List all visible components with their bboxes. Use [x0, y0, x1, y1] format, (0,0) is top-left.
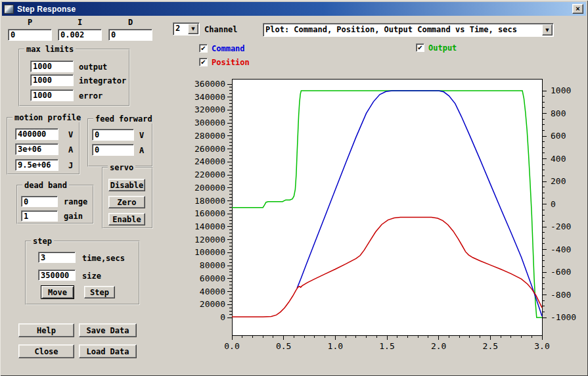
svg-text:280000: 280000 — [194, 131, 225, 141]
servo-enable-button[interactable]: Enable — [108, 213, 145, 225]
svg-text:120000: 120000 — [194, 235, 225, 245]
svg-text:80000: 80000 — [200, 260, 225, 270]
servo-group: servo Disable Zero Enable — [102, 167, 153, 229]
dead-band-group: dead band range gain — [16, 185, 94, 224]
position-checkbox[interactable]: ✔ — [199, 58, 208, 66]
step-response-window: Step Response × P I D 2 ▼ Channel Plot: … — [0, 0, 588, 376]
svg-text:320000: 320000 — [194, 105, 225, 114]
command-checkbox[interactable]: ✔ — [199, 44, 208, 53]
position-checkbox-label: Position — [212, 58, 250, 67]
app-icon — [4, 5, 14, 14]
motion-profile-title: motion profile — [12, 113, 83, 122]
svg-text:1000: 1000 — [551, 85, 571, 95]
svg-text:220000: 220000 — [194, 170, 225, 179]
plot-select[interactable]: Plot: Command, Position, Output Command … — [263, 23, 554, 37]
save-data-button[interactable]: Save Data — [79, 323, 137, 337]
max-integrator-input[interactable] — [30, 74, 74, 86]
servo-zero-button[interactable]: Zero — [108, 196, 145, 208]
plot-area — [232, 79, 542, 335]
svg-text:200000: 200000 — [194, 183, 225, 193]
svg-text:60000: 60000 — [200, 273, 225, 283]
jerk-label: J — [68, 161, 73, 170]
svg-text:3.0: 3.0 — [534, 341, 549, 351]
range-input[interactable] — [21, 196, 58, 207]
p-label: P — [8, 18, 52, 27]
step-time-input[interactable] — [38, 252, 76, 263]
ff-velocity-label: V — [139, 131, 144, 140]
svg-text:-800: -800 — [551, 290, 571, 300]
svg-text:0: 0 — [551, 199, 556, 209]
svg-text:2.0: 2.0 — [431, 341, 446, 351]
max-output-label: output — [79, 62, 107, 72]
jerk-input[interactable] — [15, 159, 58, 171]
max-error-input[interactable] — [30, 89, 74, 101]
range-label: range — [64, 197, 87, 206]
step-time-label: time,secs — [82, 254, 125, 263]
i-label: I — [58, 18, 102, 27]
motion-profile-group: motion profile V A J — [7, 117, 80, 175]
max-limits-title: max limits — [24, 45, 76, 54]
command-checkbox-label: Command — [212, 44, 245, 53]
svg-text:2.5: 2.5 — [483, 341, 498, 351]
svg-text:240000: 240000 — [194, 156, 225, 166]
svg-text:400: 400 — [551, 154, 566, 164]
svg-text:0.5: 0.5 — [276, 341, 291, 351]
svg-text:300000: 300000 — [194, 118, 225, 128]
svg-text:800: 800 — [551, 108, 566, 118]
output-checkbox[interactable]: ✔ — [416, 43, 424, 52]
help-button[interactable]: Help — [18, 323, 74, 337]
svg-text:100000: 100000 — [194, 247, 225, 257]
svg-text:160000: 160000 — [194, 208, 225, 218]
velocity-input[interactable] — [15, 128, 58, 140]
feed-forward-title: feed forward — [93, 114, 154, 124]
velocity-label: V — [68, 130, 73, 139]
svg-text:180000: 180000 — [194, 196, 225, 206]
svg-text:1.0: 1.0 — [328, 341, 343, 351]
i-input[interactable] — [58, 29, 102, 41]
d-label: D — [108, 18, 152, 27]
gain-input[interactable] — [21, 210, 58, 222]
title-bar[interactable]: Step Response × — [2, 2, 586, 16]
svg-text:600: 600 — [551, 131, 566, 141]
svg-text:40000: 40000 — [200, 287, 225, 296]
chevron-down-icon[interactable]: ▼ — [188, 24, 198, 34]
ff-velocity-input[interactable] — [92, 129, 134, 141]
close-button[interactable]: Close — [18, 344, 74, 358]
plot-select-value: Plot: Command, Position, Output Command … — [265, 25, 541, 34]
max-limits-group: max limits output integrator error — [18, 49, 130, 106]
feed-forward-group: feed forward V A — [87, 118, 153, 167]
svg-text:0: 0 — [220, 312, 225, 322]
servo-title: servo — [108, 163, 135, 172]
channel-label: Channel — [204, 25, 238, 34]
window-title: Step Response — [17, 5, 76, 14]
p-input[interactable] — [8, 29, 52, 41]
svg-text:1.5: 1.5 — [379, 341, 394, 351]
svg-text:0.0: 0.0 — [224, 341, 239, 351]
output-checkbox-label: Output — [428, 43, 457, 53]
step-response-plot: 0200004000060000800001000001200001400001… — [187, 69, 588, 358]
accel-input[interactable] — [15, 143, 58, 155]
dead-band-title: dead band — [22, 181, 69, 190]
ff-accel-label: A — [139, 146, 144, 155]
svg-text:360000: 360000 — [194, 79, 225, 89]
close-icon[interactable]: × — [572, 4, 583, 14]
step-size-input[interactable] — [38, 270, 76, 281]
channel-value: 2 — [175, 24, 187, 33]
svg-text:20000: 20000 — [200, 299, 225, 309]
svg-text:340000: 340000 — [194, 92, 225, 102]
chevron-down-icon[interactable]: ▼ — [542, 24, 553, 35]
d-input[interactable] — [108, 29, 152, 41]
max-integrator-label: integrator — [79, 76, 126, 85]
step-button[interactable]: Step — [84, 286, 115, 298]
ff-accel-input[interactable] — [92, 144, 134, 156]
svg-text:140000: 140000 — [194, 222, 225, 231]
load-data-button[interactable]: Load Data — [79, 344, 137, 358]
step-group: step time,secs size Move Step — [25, 241, 140, 305]
svg-text:200: 200 — [551, 176, 566, 186]
max-output-input[interactable] — [30, 60, 74, 72]
servo-disable-button[interactable]: Disable — [108, 179, 145, 191]
channel-select[interactable]: 2 ▼ — [173, 22, 200, 35]
svg-text:-400: -400 — [551, 245, 571, 254]
move-button[interactable]: Move — [41, 285, 74, 299]
svg-text:-600: -600 — [551, 267, 571, 277]
